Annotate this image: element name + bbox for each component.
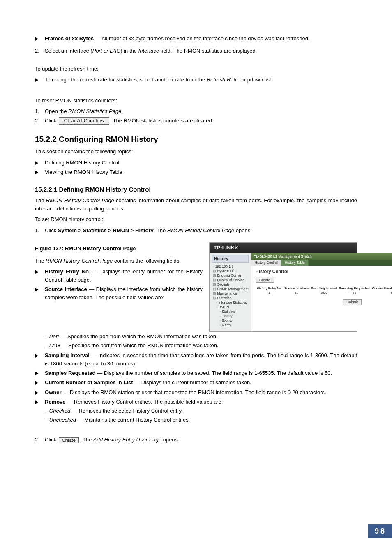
- figure-fields-left: History Entry No. — Displays the entry n…: [35, 268, 203, 302]
- reset-heading: To reset RMON statistics counters:: [35, 97, 357, 105]
- reset-s2-b: . The RMON statistics counters are clear…: [110, 118, 214, 124]
- update-bullets: To change the refresh rate for statistic…: [35, 76, 357, 84]
- reset-steps: 1. Open the RMON Statistics Page. 2. Cli…: [35, 107, 357, 125]
- reset-step-1: 1. Open the RMON Statistics Page.: [35, 107, 357, 115]
- nav-qos[interactable]: Quality of Service: [213, 278, 249, 282]
- cell-source-if: e1: [283, 291, 310, 295]
- cell-current-num: 50: [371, 291, 392, 295]
- tab-history-control[interactable]: History Control: [251, 260, 281, 266]
- nav-rmon-history[interactable]: History: [213, 314, 249, 318]
- port-text: — Specifies the port from which the RMON…: [59, 333, 218, 340]
- s1-a: Click: [45, 227, 58, 233]
- remaining-fields: Sampling Interval — Indicates in seconds…: [35, 351, 357, 424]
- frames-text: — Number of xx-byte frames received on t…: [94, 35, 309, 42]
- nav-bridging-config[interactable]: Bridging Config: [213, 273, 249, 277]
- nav-interface-stats[interactable]: Interface Statistics: [213, 300, 249, 305]
- nav-rmon[interactable]: RMON: [213, 305, 249, 309]
- lag-text: — Specifies the port from which the RMON…: [60, 342, 219, 349]
- remove-label: Remove: [45, 399, 66, 405]
- cell-sampling-int: 1800: [310, 291, 338, 295]
- clear-all-counters-button-image: Clear All Counters: [59, 117, 109, 125]
- lag-it: LAG: [49, 342, 60, 349]
- current-text: — Displays the current number of samples…: [133, 379, 251, 386]
- lead-it: RMON History Control Page: [46, 258, 113, 264]
- screenshot-rmon-history-control: TP-LINK® History 192.168.1.1 System Info…: [209, 242, 357, 332]
- sec15221-p2: To set RMON history control:: [35, 215, 357, 224]
- reset-s1-it: RMON Statistics Page: [68, 108, 121, 114]
- intro-steps: 2. Select an interface (Port or LAG) in …: [35, 47, 357, 55]
- sec1522-bullets: Defining RMON History Control Viewing th…: [35, 159, 357, 176]
- step-number: 2.: [35, 436, 39, 444]
- samples-req-text: — Displays the number of samples to be s…: [96, 370, 332, 376]
- frames-label: Frames of xx Bytes: [45, 35, 94, 42]
- owner-label: Owner: [45, 389, 61, 395]
- step-number: 1.: [35, 226, 39, 235]
- table-header-row: History Entry No. Source Interface Sampl…: [256, 286, 392, 291]
- s1-b: . The: [154, 227, 167, 233]
- step2-text-a: Select an interface (: [45, 48, 92, 54]
- checked-def: Checked — Removes the selected History C…: [45, 407, 357, 415]
- s1-c: opens:: [234, 227, 252, 233]
- main-panel: TL-SL3428 L2 Management Switch About Hel…: [251, 253, 392, 331]
- update-a: To change the refresh rate for statistic…: [45, 76, 207, 83]
- create-a: Click: [45, 437, 58, 443]
- col-sampling-req: Sampling Requested: [338, 286, 371, 291]
- cell-sampling-req: 50: [338, 291, 371, 295]
- nav-security[interactable]: Security: [213, 282, 249, 286]
- tab-strip: History Control History Table: [251, 260, 392, 266]
- col-source-if: Source Interface: [283, 286, 310, 291]
- nav-rmon-alarm[interactable]: Alarm: [213, 323, 249, 327]
- checked-text: — Removes the selected History Control e…: [70, 408, 183, 414]
- update-heading: To update the refresh time:: [35, 65, 357, 73]
- unchecked-def: Unchecked — Maintains the current Histor…: [45, 416, 357, 424]
- current-number: Current Number of Samples in List — Disp…: [35, 379, 357, 387]
- content-heading: History Control: [256, 269, 392, 274]
- nav-rmon-events[interactable]: Events: [213, 319, 249, 323]
- intro-bullets: Frames of xx Bytes — Number of xx-byte f…: [35, 35, 357, 43]
- step2-text-b: ) in the: [120, 48, 138, 54]
- remove-text: — Removes History Control entries. The p…: [66, 399, 223, 405]
- create-button-image: Create: [59, 437, 79, 443]
- update-b: dropdown list.: [238, 76, 272, 83]
- content-area: History Control Create History Entry No.…: [251, 266, 392, 312]
- reset-step-2: 2. Click Clear All Counters. The RMON st…: [35, 117, 357, 125]
- nav-ip[interactable]: 192.168.1.1: [213, 264, 249, 268]
- frames-of-xx-bytes: Frames of xx Bytes — Number of xx-byte f…: [35, 35, 357, 43]
- sec15221-step-1: 1. Click System > Statistics > RMON > Hi…: [35, 226, 357, 235]
- sampling-text: — Indicates in seconds the time that sam…: [45, 352, 357, 367]
- reset-s1-a: Open the: [45, 108, 68, 114]
- col-entry-no: History Entry No.: [256, 286, 283, 291]
- heading-15-2-2: 15.2.2 Configuring RMON History: [35, 133, 357, 145]
- create-c: opens:: [161, 437, 179, 443]
- submit-button[interactable]: Submit: [343, 299, 362, 305]
- sec1522-b2: Viewing the RMON History Table: [35, 168, 357, 176]
- remove: Remove — Removes History Control entries…: [35, 398, 357, 424]
- nav-rmon-stats[interactable]: Statistics: [213, 310, 249, 314]
- sampling-label: Sampling Interval: [45, 352, 90, 358]
- step-number: 2.: [35, 117, 39, 125]
- nav-snmp[interactable]: SNMP Management: [213, 287, 249, 291]
- step2-it2: Interface: [138, 48, 159, 54]
- step-number: 2.: [35, 47, 39, 55]
- title-bar: TL-SL3428 L2 Management Switch About Hel…: [251, 253, 392, 260]
- reset-s1-b: .: [121, 108, 123, 114]
- lead-a: The: [35, 258, 46, 264]
- history-table: History Entry No. Source Interface Sampl…: [256, 286, 392, 295]
- s1-bold: System > Statistics > RMON > History: [58, 227, 154, 233]
- nav-system-info[interactable]: System Info: [213, 269, 249, 273]
- nav-statistics[interactable]: Statistics: [213, 296, 249, 300]
- current-label: Current Number of Samples in List: [45, 379, 133, 386]
- figure-caption: Figure 137: RMON History Control Page: [35, 245, 203, 253]
- tab-history-table[interactable]: History Table: [281, 260, 309, 266]
- create-b: . The: [80, 437, 93, 443]
- intro-step-2: 2. Select an interface (Port or LAG) in …: [35, 47, 357, 55]
- lag-def: LAG — Specifies the port from which the …: [45, 342, 357, 350]
- cell-entry-no: 1: [256, 291, 283, 295]
- checked-it: Checked: [49, 408, 70, 414]
- heading-15-2-2-1: 15.2.2.1 Defining RMON History Control: [35, 185, 357, 194]
- history-entry-no: History Entry No. — Displays the entry n…: [35, 268, 203, 284]
- nav-maintenance[interactable]: Maintenance: [213, 291, 249, 296]
- submit-row: Submit: [256, 298, 392, 308]
- switch-title: TL-SL3428 L2 Management Switch: [254, 254, 312, 259]
- create-button[interactable]: Create: [256, 277, 274, 283]
